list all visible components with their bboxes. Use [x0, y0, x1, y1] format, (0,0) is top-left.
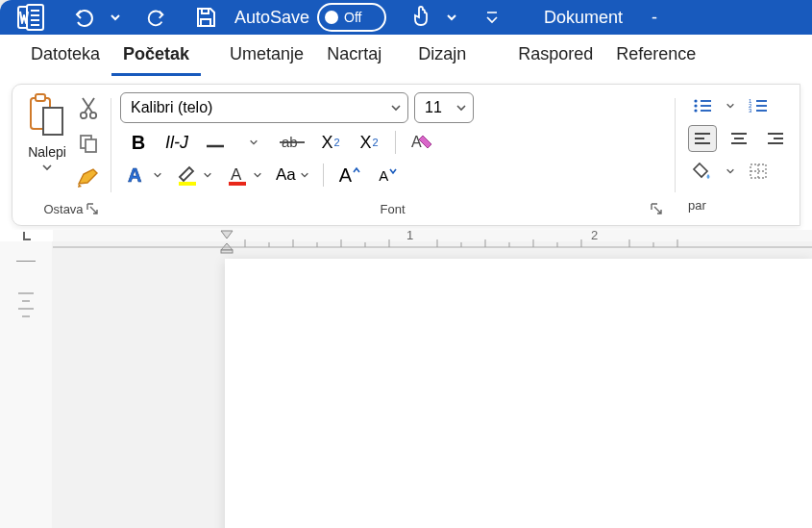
- svg-rect-1: [27, 5, 43, 30]
- text-effects-button[interactable]: A: [126, 162, 162, 189]
- format-painter-button[interactable]: [76, 165, 101, 190]
- autosave-state: Off: [344, 10, 361, 25]
- tab-reference[interactable]: Reference: [604, 35, 707, 76]
- copy-button[interactable]: [76, 131, 101, 156]
- bullets-button[interactable]: [688, 92, 717, 119]
- font-size-value: 11: [425, 99, 442, 116]
- svg-rect-6: [201, 19, 210, 26]
- separator: [395, 131, 396, 154]
- undo-dropdown[interactable]: [108, 0, 123, 35]
- svg-line-14: [85, 98, 94, 113]
- superscript-button[interactable]: X2: [357, 129, 381, 156]
- change-case-button[interactable]: Aa: [276, 162, 309, 189]
- highlight-button[interactable]: [176, 162, 212, 189]
- align-center-button[interactable]: [725, 125, 753, 152]
- toggle-knob-icon: [325, 11, 338, 24]
- underline-button[interactable]: [203, 129, 228, 156]
- font-launcher[interactable]: [648, 200, 665, 217]
- italic-button[interactable]: Il-J: [164, 129, 189, 156]
- tab-stop-type[interactable]: [0, 230, 53, 241]
- font-group: Kalibri (telo) 11 B Il-J: [111, 92, 675, 219]
- tab-umetanje[interactable]: Umetanje: [218, 35, 315, 76]
- grow-font-button[interactable]: A: [337, 162, 362, 189]
- chevron-down-icon: [390, 102, 402, 113]
- svg-point-30: [694, 109, 697, 112]
- underline-dropdown[interactable]: [241, 129, 266, 156]
- align-right-button[interactable]: [761, 125, 790, 152]
- svg-rect-25: [229, 182, 246, 186]
- paste-dropdown[interactable]: [41, 162, 53, 173]
- svg-rect-23: [179, 182, 196, 186]
- ruler-tick: [18, 308, 34, 310]
- chevron-down-icon: [455, 102, 467, 113]
- strikethrough-button[interactable]: ab: [280, 129, 305, 156]
- undo-button[interactable]: [67, 0, 102, 35]
- app-window: AutoSave Off Dokument - Datoteka Početak…: [0, 0, 812, 528]
- page-canvas[interactable]: [225, 259, 812, 528]
- tab-datoteka[interactable]: Datoteka: [19, 35, 111, 76]
- word-logo-icon: [17, 4, 44, 31]
- clipboard-launcher[interactable]: [84, 200, 101, 217]
- bullets-dropdown[interactable]: [725, 92, 736, 119]
- font-group-label: Font: [380, 202, 405, 216]
- save-button[interactable]: [188, 0, 223, 35]
- autosave-toggle[interactable]: Off: [317, 3, 386, 32]
- svg-text:A: A: [231, 165, 242, 184]
- align-left-button[interactable]: [688, 125, 717, 152]
- numbering-button[interactable]: 123: [744, 92, 773, 119]
- tab-raspored[interactable]: Raspored: [506, 35, 604, 76]
- subscript-button[interactable]: X2: [318, 129, 343, 156]
- shading-button[interactable]: [688, 158, 717, 185]
- ribbon: Nalepi: [0, 76, 812, 230]
- paragraph-group-label: par: [688, 198, 706, 213]
- touch-mode-button[interactable]: [404, 0, 438, 35]
- svg-text:A: A: [128, 164, 141, 186]
- titlebar: AutoSave Off Dokument -: [0, 0, 812, 35]
- svg-rect-11: [43, 108, 62, 135]
- font-color-button[interactable]: A: [226, 162, 262, 189]
- svg-rect-7: [202, 9, 209, 13]
- font-name-select[interactable]: Kalibri (telo): [120, 92, 408, 123]
- tab-nacrtaj[interactable]: Nacrtaj: [315, 35, 393, 76]
- font-size-select[interactable]: 11: [414, 92, 474, 123]
- document-area: [0, 241, 812, 528]
- touch-mode-dropdown[interactable]: [444, 0, 459, 35]
- svg-point-26: [694, 99, 697, 102]
- ruler-tick: [18, 292, 34, 294]
- document-name-dash: -: [652, 8, 657, 28]
- ruler-area: 1 2: [0, 230, 812, 241]
- svg-line-15: [83, 98, 92, 113]
- ruler-tick: [22, 315, 30, 317]
- autosave-label: AutoSave: [234, 8, 309, 28]
- qat-customize-button[interactable]: [475, 0, 509, 35]
- paste-icon[interactable]: [26, 92, 68, 140]
- tab-pocetak[interactable]: Početak: [111, 35, 201, 76]
- paragraph-group: 123: [675, 92, 790, 219]
- cut-button[interactable]: [76, 96, 101, 121]
- svg-point-12: [81, 113, 86, 118]
- shrink-font-button[interactable]: A: [376, 162, 401, 189]
- clipboard-group-label: Ostava: [43, 202, 83, 216]
- separator: [323, 163, 324, 187]
- document-name[interactable]: Dokument: [544, 8, 623, 28]
- font-name-value: Kalibri (telo): [131, 99, 212, 116]
- svg-text:3: 3: [749, 108, 752, 113]
- svg-text:A: A: [411, 134, 422, 150]
- ruler-tick: [16, 261, 36, 262]
- svg-rect-10: [36, 94, 45, 101]
- redo-button[interactable]: [138, 0, 173, 35]
- tab-dizajn[interactable]: Dizajn: [406, 35, 478, 76]
- svg-rect-17: [86, 139, 96, 152]
- ribbon-tabs: Datoteka Početak Umetanje Nacrtaj Dizajn…: [0, 35, 812, 76]
- borders-button[interactable]: [744, 158, 773, 185]
- svg-point-28: [694, 104, 697, 107]
- ruler-tick: [22, 300, 30, 302]
- horizontal-ruler[interactable]: 1 2: [53, 230, 812, 241]
- vertical-ruler[interactable]: [0, 241, 52, 528]
- clear-formatting-button[interactable]: A: [409, 129, 434, 156]
- svg-point-13: [90, 113, 96, 118]
- bold-button[interactable]: B: [126, 129, 151, 156]
- clipboard-group: Nalepi: [22, 92, 111, 219]
- paste-label: Nalepi: [28, 144, 66, 160]
- shading-dropdown[interactable]: [725, 158, 736, 185]
